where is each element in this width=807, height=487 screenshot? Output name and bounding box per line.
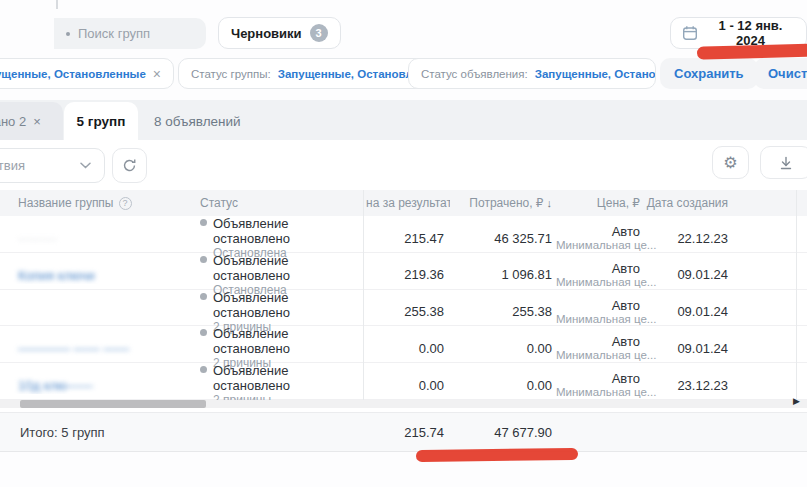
close-icon[interactable]: × bbox=[33, 114, 41, 129]
search-icon bbox=[66, 32, 70, 36]
totals-label: Итого: 5 групп bbox=[0, 425, 363, 440]
col-header-status[interactable]: Статус bbox=[185, 196, 363, 210]
price-value: Авто bbox=[556, 298, 640, 313]
status-dot-icon bbox=[200, 329, 207, 336]
price-subtext: Минимальная це... bbox=[556, 313, 640, 326]
export-button[interactable] bbox=[760, 146, 807, 179]
selected-count-label: Выбрано 2 bbox=[0, 114, 26, 129]
status-text: Объявление остановлено bbox=[213, 326, 363, 356]
frozen-column-divider bbox=[363, 190, 364, 400]
selected-count-chip[interactable]: Выбрано 2 × bbox=[0, 102, 63, 140]
drafts-count-badge: 3 bbox=[310, 24, 328, 42]
drafts-button[interactable]: Черновики 3 bbox=[218, 17, 341, 49]
filter-chip-label: Статус объявления: bbox=[421, 68, 528, 80]
filter-chip-value: Запущенные, Остановленные bbox=[535, 68, 656, 80]
table-row[interactable]: ———— —— —— Объявление остановлено 2 прич… bbox=[0, 326, 807, 363]
status-text: Объявление остановлено bbox=[213, 253, 363, 283]
col-header-spent[interactable]: Потрачено, ₽ ↓ bbox=[450, 196, 556, 210]
status-dot-icon bbox=[200, 366, 207, 373]
group-name-link[interactable]: 10д клю—— bbox=[18, 378, 93, 393]
totals-spent: 47 677.90 bbox=[450, 425, 556, 440]
question-icon[interactable]: ? bbox=[119, 197, 132, 210]
refresh-icon bbox=[122, 158, 137, 173]
created-date: 09.01.24 bbox=[644, 341, 734, 356]
col-header-cpa-label: на за результат, ₽ bbox=[366, 196, 450, 210]
refresh-button[interactable] bbox=[112, 148, 147, 183]
price-value: Авто bbox=[556, 371, 640, 386]
actions-label: Действия bbox=[0, 158, 25, 173]
price-subtext: Минимальная це... bbox=[556, 349, 640, 362]
tab-groups[interactable]: 5 групп bbox=[64, 102, 138, 140]
status-dot-icon bbox=[200, 293, 207, 300]
col-header-name-label: Название группы bbox=[18, 196, 114, 210]
download-icon bbox=[779, 156, 793, 170]
col-header-spent-label: Потрачено, ₽ bbox=[469, 196, 543, 210]
cpa-value: 255.38 bbox=[363, 304, 450, 319]
spent-value: 255.38 bbox=[450, 304, 556, 319]
horizontal-scrollbar-thumb[interactable] bbox=[20, 400, 206, 408]
filter-chip-label: Статус группы: bbox=[191, 68, 271, 80]
price-value: Авто bbox=[556, 334, 640, 349]
col-header-price[interactable]: Цена, ₽ bbox=[556, 196, 644, 210]
spent-value: 0.00 bbox=[450, 378, 556, 393]
price-value: Авто bbox=[556, 261, 640, 276]
chevron-down-icon bbox=[80, 162, 91, 169]
top-edge-divider bbox=[56, 0, 58, 9]
spent-value: 0.00 bbox=[450, 341, 556, 356]
group-name-link[interactable]: Копия ключи bbox=[18, 268, 95, 283]
status-dot-icon bbox=[200, 219, 207, 226]
cpa-value: 215.47 bbox=[363, 231, 450, 246]
table-row[interactable]: 10д клю—— Объявление остановлено 2 причи… bbox=[0, 363, 807, 400]
calendar-icon bbox=[682, 25, 698, 41]
actions-dropdown[interactable]: Действия bbox=[0, 148, 105, 183]
red-marker-totals bbox=[416, 448, 578, 462]
price-subtext: Минимальная це... bbox=[556, 386, 640, 399]
created-date: 23.12.23 bbox=[644, 378, 734, 393]
price-subtext: Минимальная це... bbox=[556, 239, 640, 252]
price-subtext: Минимальная це... bbox=[556, 276, 640, 289]
col-header-name[interactable]: Название группы ? bbox=[0, 196, 185, 210]
table-row[interactable]: ········· Объявление остановлено Останов… bbox=[0, 216, 807, 253]
spent-value: 1 096.81 bbox=[450, 267, 556, 282]
status-text: Объявление остановлено bbox=[213, 216, 363, 246]
sort-desc-icon: ↓ bbox=[547, 197, 553, 209]
scroll-right-icon[interactable]: ▶ bbox=[793, 396, 800, 406]
table-body: ········· Объявление остановлено Останов… bbox=[0, 216, 807, 400]
table-row[interactable]: Объявление остановлено 2 причины 255.38 … bbox=[0, 290, 807, 327]
status-text: Объявление остановлено bbox=[213, 363, 363, 393]
drafts-label: Черновики bbox=[231, 26, 302, 41]
col-header-cpa[interactable]: на за результат, ₽ ? bbox=[363, 196, 450, 210]
created-date: 09.01.24 bbox=[644, 304, 734, 319]
cpa-value: 0.00 bbox=[363, 341, 450, 356]
clear-filters-button[interactable]: Очистить bbox=[754, 58, 807, 89]
gear-icon: ⚙ bbox=[723, 153, 737, 172]
totals-row: Итого: 5 групп 215.74 47 677.90 bbox=[0, 412, 807, 452]
created-date: 09.01.24 bbox=[644, 267, 734, 282]
search-input-wrap bbox=[54, 18, 206, 49]
filter-chip-ads-status[interactable]: Запущенные, Остановленные × bbox=[0, 58, 174, 89]
totals-cpa: 215.74 bbox=[363, 425, 450, 440]
cpa-value: 0.00 bbox=[363, 378, 450, 393]
group-name-link[interactable]: ———— —— —— bbox=[18, 341, 129, 356]
col-header-created[interactable]: Дата создания bbox=[644, 196, 734, 210]
tab-ads[interactable]: 8 объявлений bbox=[139, 102, 256, 140]
table-row[interactable]: Копия ключи Объявление остановлено Остан… bbox=[0, 253, 807, 290]
ads-manager-screen: Черновики 3 1 - 12 янв. 2024 Запущенные,… bbox=[0, 0, 807, 487]
red-marker-date bbox=[697, 43, 807, 59]
price-value: Авто bbox=[556, 224, 640, 239]
cpa-value: 219.36 bbox=[363, 267, 450, 282]
search-input[interactable] bbox=[78, 26, 188, 41]
close-icon[interactable]: × bbox=[153, 67, 161, 81]
settings-button[interactable]: ⚙ bbox=[712, 146, 749, 179]
save-filters-button[interactable]: Сохранить bbox=[660, 58, 758, 89]
status-dot-icon bbox=[200, 256, 207, 263]
spent-value: 46 325.71 bbox=[450, 231, 556, 246]
table-right-divider bbox=[796, 190, 797, 400]
group-name-link[interactable]: ········· bbox=[18, 231, 57, 246]
table-header: Название группы ? Статус на за результат… bbox=[0, 190, 807, 216]
filter-chip-ad-status[interactable]: Статус объявления: Запущенные, Остановле… bbox=[408, 58, 656, 89]
filter-chip-value: Запущенные, Остановленные bbox=[0, 68, 146, 80]
status-text: Объявление остановлено bbox=[213, 290, 363, 320]
created-date: 22.12.23 bbox=[644, 231, 734, 246]
